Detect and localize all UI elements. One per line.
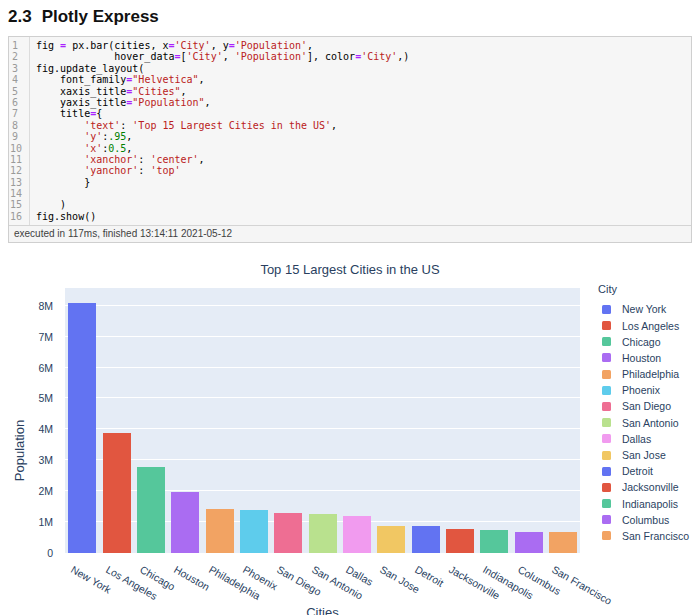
- gridline: [65, 336, 580, 337]
- legend-label: Columbus: [622, 514, 669, 526]
- gridline: [65, 397, 580, 398]
- bar-san-francisco[interactable]: [549, 532, 577, 553]
- code-line: xaxis_title="Cities",: [36, 86, 687, 97]
- line-number: 2: [10, 51, 18, 62]
- code-line: fig.show(): [36, 211, 687, 222]
- legend-item-indianapolis[interactable]: Indianapolis: [598, 496, 698, 512]
- legend-swatch: [602, 337, 611, 346]
- x-tick: San Francisco: [556, 559, 623, 577]
- legend-item-los-angeles[interactable]: Los Angeles: [598, 317, 698, 333]
- bar-san-antonio[interactable]: [309, 514, 337, 553]
- legend-item-dallas[interactable]: Dallas: [598, 431, 698, 447]
- bar-indianapolis[interactable]: [480, 530, 508, 553]
- legend-swatch: [602, 467, 611, 476]
- legend-label: Los Angeles: [622, 320, 679, 332]
- line-number: 13: [10, 177, 18, 188]
- legend-item-phoenix[interactable]: Phoenix: [598, 382, 698, 398]
- bar-columbus[interactable]: [515, 532, 543, 554]
- legend-items: New YorkLos AngelesChicagoHoustonPhilade…: [598, 301, 698, 544]
- plot-area[interactable]: [65, 288, 580, 553]
- legend-swatch: [602, 402, 611, 411]
- bar-new-york[interactable]: [68, 303, 96, 554]
- line-number: 3: [10, 63, 18, 74]
- y-tick-label: 4M: [10, 423, 60, 435]
- line-number: 12: [10, 165, 18, 176]
- bar-houston[interactable]: [171, 492, 199, 553]
- code-line: 'xanchor': 'center',: [36, 154, 687, 165]
- legend-item-philadelphia[interactable]: Philadelphia: [598, 366, 698, 382]
- notebook-page: 2.3Plotly Express 1234567891011121314151…: [0, 0, 700, 615]
- line-number: 8: [10, 120, 18, 131]
- legend-label: San Francisco: [622, 530, 689, 542]
- line-number: 4: [10, 74, 18, 85]
- line-number: 5: [10, 86, 18, 97]
- bar-dallas[interactable]: [343, 516, 371, 553]
- legend-item-san-francisco[interactable]: San Francisco: [598, 528, 698, 544]
- legend-item-jacksonville[interactable]: Jacksonville: [598, 479, 698, 495]
- code-line: 'x':0.5,: [36, 143, 687, 154]
- bar-san-jose[interactable]: [377, 526, 405, 553]
- legend-label: Indianapolis: [622, 498, 678, 510]
- legend-item-new-york[interactable]: New York: [598, 301, 698, 317]
- gridline: [65, 428, 580, 429]
- bar-chicago[interactable]: [137, 467, 165, 553]
- x-tick-label: Houston: [172, 563, 212, 593]
- section-heading: 2.3Plotly Express: [0, 0, 700, 36]
- code-line: }: [36, 177, 687, 188]
- bar-jacksonville[interactable]: [446, 529, 474, 553]
- legend-item-san-diego[interactable]: San Diego: [598, 398, 698, 414]
- x-tick: Dallas: [350, 559, 379, 577]
- legend-swatch: [602, 305, 611, 314]
- legend-item-columbus[interactable]: Columbus: [598, 512, 698, 528]
- x-axis-title: Cities: [65, 605, 580, 615]
- line-number: 9: [10, 131, 18, 142]
- y-axis: Population 01M2M3M4M5M6M7M8M: [10, 288, 60, 553]
- legend-swatch: [602, 386, 611, 395]
- legend-item-san-antonio[interactable]: San Antonio: [598, 415, 698, 431]
- section-number: 2.3: [8, 7, 32, 26]
- y-tick-label: 1M: [10, 516, 60, 528]
- legend-item-chicago[interactable]: Chicago: [598, 334, 698, 350]
- line-number: 15: [10, 199, 18, 210]
- legend-item-san-jose[interactable]: San Jose: [598, 447, 698, 463]
- legend-item-houston[interactable]: Houston: [598, 350, 698, 366]
- execution-status: executed in 117ms, finished 13:14:11 202…: [9, 225, 691, 242]
- legend-label: Detroit: [622, 465, 653, 477]
- legend-label: Phoenix: [622, 384, 660, 396]
- legend-label: Houston: [622, 352, 661, 364]
- legend-swatch: [602, 418, 611, 427]
- code-line: [36, 188, 687, 199]
- bar-san-diego[interactable]: [274, 513, 302, 553]
- code-line: hover_data=['City', 'Population'], color…: [36, 51, 687, 62]
- legend-swatch: [602, 370, 611, 379]
- legend-item-detroit[interactable]: Detroit: [598, 463, 698, 479]
- bar-phoenix[interactable]: [240, 510, 268, 553]
- code-line: fig.update_layout(: [36, 63, 687, 74]
- y-tick-label: 6M: [10, 362, 60, 374]
- x-axis: New YorkLos AngelesChicagoHoustonPhilade…: [65, 559, 580, 605]
- code-line: ): [36, 199, 687, 210]
- y-tick-label: 3M: [10, 454, 60, 466]
- code-cell[interactable]: 12345678910111213141516 fig = px.bar(cit…: [8, 36, 692, 243]
- y-tick-label: 2M: [10, 485, 60, 497]
- legend-swatch: [602, 483, 611, 492]
- line-number: 1: [10, 40, 18, 51]
- legend-swatch: [602, 499, 611, 508]
- bar-detroit[interactable]: [412, 526, 440, 553]
- y-axis-title: Population: [12, 406, 27, 496]
- x-tick: Detroit: [419, 559, 450, 577]
- line-number: 11: [10, 154, 18, 165]
- y-tick-label: 7M: [10, 331, 60, 343]
- code-line: title={: [36, 108, 687, 119]
- section-title: Plotly Express: [42, 7, 159, 26]
- bar-los-angeles[interactable]: [103, 433, 131, 553]
- legend-swatch: [602, 353, 611, 362]
- y-tick-label: 8M: [10, 300, 60, 312]
- code-line: font_family="Helvetica",: [36, 74, 687, 85]
- legend-label: New York: [622, 303, 666, 315]
- y-tick-label: 0: [10, 547, 60, 559]
- legend-title: City: [598, 283, 698, 295]
- bar-philadelphia[interactable]: [206, 509, 234, 553]
- code-editor[interactable]: fig = px.bar(cities, x='City', y='Popula…: [30, 37, 691, 225]
- code-line: 'y':.95,: [36, 131, 687, 142]
